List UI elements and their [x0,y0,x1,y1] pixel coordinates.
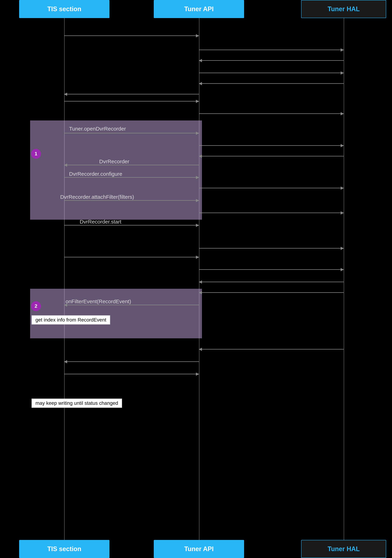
arrow-plain-10 [199,156,344,157]
actor-tunerapi-top: Tuner API [154,0,244,18]
arrow-onFilterEvent [64,305,199,305]
actor-tunerhal-bottom: Tuner HAL [301,540,386,558]
arrow-plain-16 [199,282,344,282]
arrow-plain-7 [64,101,199,102]
arrow-plain-8 [199,113,344,114]
actor-tunerapi-bottom-label: Tuner API [184,545,214,553]
lifeline-tunerhal [344,18,344,540]
step-badge-1: 1 [31,149,41,159]
info-box-mayKeep: may keep writing until status changed [32,399,122,408]
step2-label: 2 [35,303,37,309]
lifeline-tis [64,18,65,540]
arrow-plain-4 [199,73,344,73]
arrow-plain-20 [64,374,199,374]
arrow-configure [64,177,199,178]
arrow-plain-1 [64,35,199,36]
seq-box-2 [30,289,202,338]
actor-tunerapi-top-label: Tuner API [184,5,214,13]
info-box-mayKeep-text: may keep writing until status changed [35,400,118,406]
step1-label: 1 [35,151,37,157]
arrow-plain-15 [199,269,344,270]
arrow-plain-9 [199,145,344,146]
arrow-plain-18 [199,349,344,349]
arrow-plain-3 [199,60,344,61]
arrow-plain-17 [199,292,344,293]
arrow-plain-14 [64,257,199,257]
sequence-diagram: TIS section Tuner API Tuner HAL 1 Tuner.… [0,0,392,558]
actor-tunerapi-bottom: Tuner API [154,540,244,558]
label-start: DvrRecorder.start [80,219,121,225]
arrow-start [64,225,199,226]
arrow-attachFilter [64,200,199,201]
arrow-DvrRecorder [64,165,199,165]
arrow-plain-11 [199,188,344,188]
info-box-getIndex: get index info from RecordEvent [32,315,110,324]
arrow-plain-12 [199,213,344,213]
arrow-openDvrRecorder [64,133,199,133]
seq-box-1 [30,121,202,220]
actor-tis-top-label: TIS section [47,5,81,13]
arrow-plain-13 [199,248,344,249]
arrow-plain-19 [64,361,199,362]
arrow-plain-5 [199,83,344,84]
arrow-plain-2 [199,50,344,50]
arrow-plain-6 [64,94,199,94]
actor-tunerhal-top-label: Tuner HAL [328,5,360,13]
lifeline-tunerapi [199,18,200,540]
actor-tis-bottom-label: TIS section [47,545,81,553]
actor-tunerhal-bottom-label: Tuner HAL [328,545,360,553]
actor-tunerhal-top: Tuner HAL [301,0,386,18]
step-badge-2: 2 [31,301,41,311]
info-box-getIndex-text: get index info from RecordEvent [35,317,106,323]
actor-tis-top: TIS section [19,0,109,18]
actor-tis-bottom: TIS section [19,540,109,558]
